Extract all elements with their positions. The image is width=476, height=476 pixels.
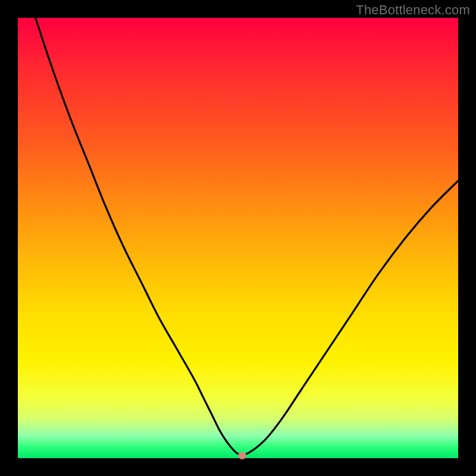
curve-path — [36, 18, 458, 455]
bottleneck-curve — [18, 18, 458, 458]
plot-area — [18, 18, 458, 458]
chart-frame: TheBottleneck.com — [0, 0, 476, 476]
watermark-label: TheBottleneck.com — [356, 2, 470, 18]
optimal-point-marker — [238, 452, 246, 459]
